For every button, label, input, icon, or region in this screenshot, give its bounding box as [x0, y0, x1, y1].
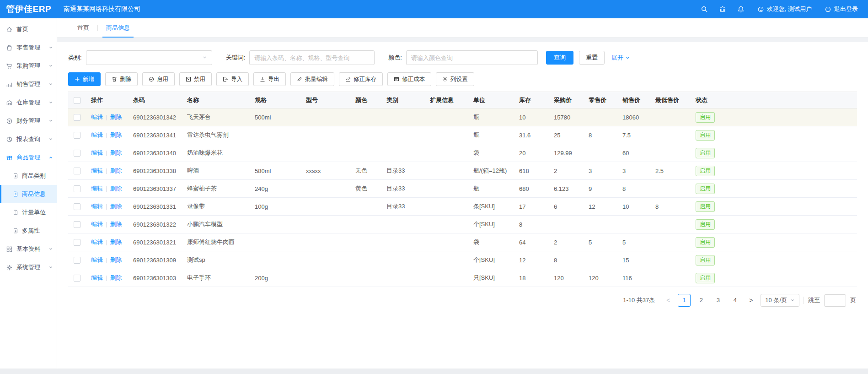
row-checkbox[interactable]	[74, 150, 80, 157]
sidebar-item-product-category[interactable]: 商品类别	[0, 167, 57, 185]
bell-icon[interactable]	[737, 5, 745, 13]
fix-cost-button[interactable]: 修正成本	[387, 72, 431, 86]
status-badge[interactable]: 启用	[696, 273, 715, 283]
expand-link[interactable]: 展开	[611, 54, 630, 62]
cell-unit: 个[SKU]	[468, 251, 514, 269]
edit-link[interactable]: 编辑	[91, 131, 103, 138]
cell-unit: 条[SKU]	[468, 198, 514, 216]
search-icon[interactable]	[701, 5, 708, 13]
edit-link[interactable]: 编辑	[91, 274, 103, 281]
page-button-2[interactable]: 2	[695, 294, 707, 307]
enable-button[interactable]: 启用	[142, 72, 175, 86]
prev-page-button[interactable]: <	[663, 297, 674, 304]
cell-sale-price: 3	[617, 162, 650, 180]
chevron-down-icon	[48, 45, 53, 50]
edit-link[interactable]: 编辑	[91, 238, 103, 245]
sidebar-item-label: 采购管理	[16, 62, 40, 70]
status-badge[interactable]: 启用	[696, 255, 715, 266]
delete-link[interactable]: 删除	[110, 274, 122, 281]
delete-link[interactable]: 删除	[110, 131, 122, 138]
row-checkbox[interactable]	[74, 275, 80, 282]
batch-edit-button[interactable]: 批量编辑	[290, 72, 334, 86]
edit-link[interactable]: 编辑	[91, 185, 103, 192]
button-label: 新增	[83, 76, 94, 83]
status-badge[interactable]: 启用	[696, 237, 715, 248]
sidebar-item-purchase[interactable]: 采购管理	[0, 57, 57, 75]
delete-link[interactable]: 删除	[110, 114, 122, 120]
delete-link[interactable]: 删除	[110, 221, 122, 228]
page-button-4[interactable]: 4	[729, 294, 741, 307]
page-size-select[interactable]: 10 条/页	[761, 294, 799, 307]
user-menu[interactable]: 欢迎您, 测试用户	[757, 5, 812, 13]
delete-link[interactable]: 删除	[110, 167, 122, 174]
sidebar-item-system[interactable]: 系统管理	[0, 258, 57, 276]
sidebar-item-home[interactable]: 首页	[0, 20, 57, 38]
status-badge[interactable]: 启用	[696, 148, 715, 158]
sidebar-item-retail[interactable]: 零售管理	[0, 38, 57, 57]
bank-icon[interactable]	[719, 5, 726, 13]
cell-retail-price: 3	[583, 162, 617, 180]
color-input[interactable]	[406, 50, 538, 65]
next-page-button[interactable]: >	[745, 297, 756, 304]
page-button-3[interactable]: 3	[712, 294, 724, 307]
row-checkbox[interactable]	[74, 114, 80, 121]
row-checkbox[interactable]	[74, 203, 80, 210]
column-settings-button[interactable]: 列设置	[436, 72, 474, 86]
jump-page-input[interactable]	[824, 294, 846, 307]
basedata-icon	[6, 246, 13, 253]
reset-button[interactable]: 重置	[579, 51, 605, 65]
edit-link[interactable]: 编辑	[91, 256, 103, 263]
row-checkbox[interactable]	[74, 221, 80, 228]
status-badge[interactable]: 启用	[696, 166, 715, 176]
fix-stock-button[interactable]: 修正库存	[339, 72, 383, 86]
row-checkbox[interactable]	[74, 132, 80, 139]
cell-stock: 18	[514, 269, 548, 287]
delete-button[interactable]: 删除	[105, 72, 138, 86]
export-button[interactable]: 导出	[253, 72, 286, 86]
chevron-up-icon	[48, 155, 53, 160]
sidebar-item-base-data[interactable]: 基本资料	[0, 240, 57, 258]
category-select[interactable]	[86, 50, 212, 65]
delete-link[interactable]: 删除	[110, 203, 122, 210]
delete-link[interactable]: 删除	[110, 149, 122, 156]
button-label: 导出	[268, 76, 279, 83]
select-all-checkbox[interactable]	[74, 97, 80, 104]
delete-link[interactable]: 删除	[110, 238, 122, 245]
sidebar-item-product-info[interactable]: 商品信息	[0, 185, 57, 203]
page-button-1[interactable]: 1	[678, 294, 691, 307]
disable-button[interactable]: 禁用	[179, 72, 212, 86]
sidebar-item-multi-attribute[interactable]: 多属性	[0, 222, 57, 240]
row-checkbox[interactable]	[74, 257, 80, 264]
edit-link[interactable]: 编辑	[91, 167, 103, 174]
delete-link[interactable]: 删除	[110, 256, 122, 263]
edit-link[interactable]: 编辑	[91, 149, 103, 156]
row-checkbox[interactable]	[74, 239, 80, 246]
sidebar-item-sales[interactable]: 销售管理	[0, 75, 57, 93]
import-button[interactable]: 导入	[216, 72, 249, 86]
sidebar-item-warehouse[interactable]: 仓库管理	[0, 93, 57, 112]
sidebar-item-finance[interactable]: 财务管理	[0, 112, 57, 130]
status-badge[interactable]: 启用	[696, 201, 715, 212]
edit-link[interactable]: 编辑	[91, 114, 103, 120]
sidebar-item-product-management[interactable]: 商品管理	[0, 148, 57, 167]
search-button[interactable]: 查询	[546, 51, 573, 65]
row-checkbox[interactable]	[74, 168, 80, 174]
tab-home[interactable]: 首页	[69, 18, 97, 38]
logout-button[interactable]: 退出登录	[825, 5, 858, 13]
cell-ext-info	[424, 180, 468, 198]
edit-link[interactable]: 编辑	[91, 203, 103, 210]
row-checkbox[interactable]	[74, 185, 80, 192]
status-badge[interactable]: 启用	[696, 112, 715, 123]
status-badge[interactable]: 启用	[696, 130, 715, 141]
status-badge[interactable]: 启用	[696, 219, 715, 230]
status-badge[interactable]: 启用	[696, 184, 715, 194]
delete-link[interactable]: 删除	[110, 185, 122, 192]
sidebar-item-reports[interactable]: 报表查询	[0, 130, 57, 148]
sidebar-item-measure-unit[interactable]: 计量单位	[0, 203, 57, 222]
cell-ext-info	[424, 144, 468, 162]
tab-product-info[interactable]: 商品信息	[98, 18, 138, 38]
add-button[interactable]: 新增	[68, 72, 101, 86]
edit-link[interactable]: 编辑	[91, 221, 103, 228]
keyword-input[interactable]	[249, 50, 375, 65]
app-window: 管伊佳ERP 南通某某网络科技有限公司 欢迎您, 测试用户	[0, 0, 868, 369]
